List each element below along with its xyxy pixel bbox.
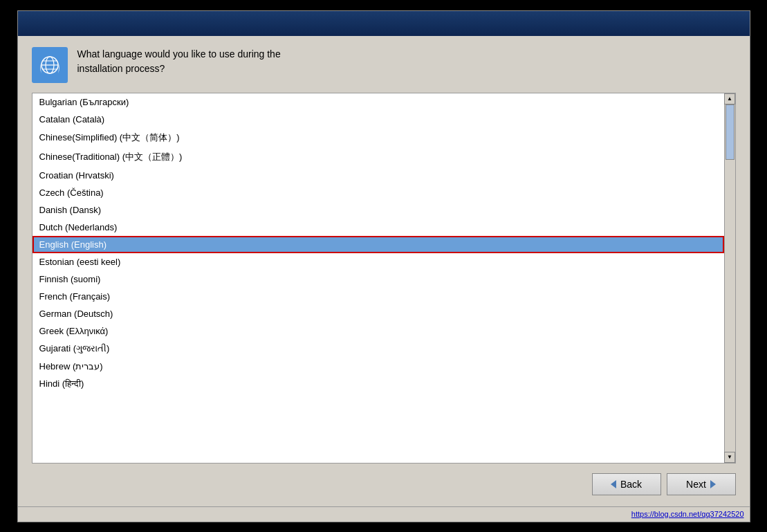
scrollbar-track [725, 104, 735, 452]
header-question: What language would you like to use duri… [77, 47, 281, 76]
language-item[interactable]: Danish (Dansk) [33, 201, 724, 219]
back-label: Back [620, 479, 642, 490]
scroll-down-btn[interactable]: ▼ [724, 452, 735, 463]
title-bar [18, 11, 750, 36]
next-arrow-icon [710, 480, 716, 488]
content-area: What language would you like to use duri… [18, 36, 750, 506]
language-list-container: Bulgarian (Български)Catalan (Català)Chi… [32, 93, 736, 464]
status-bar: https://blog.csdn.net/qq37242520 [18, 506, 750, 522]
back-button[interactable]: Back [592, 473, 661, 495]
flag-icon [32, 47, 68, 83]
scrollbar[interactable]: ▲ ▼ [724, 93, 735, 463]
installer-window: What language would you like to use duri… [17, 10, 750, 522]
language-item[interactable]: Gujarati (ગુજરાતી) [33, 340, 724, 358]
language-item[interactable]: Estonian (eesti keel) [33, 253, 724, 270]
language-item[interactable]: Hindi (हिन्दी) [33, 375, 724, 393]
language-list[interactable]: Bulgarian (Български)Catalan (Català)Chi… [33, 93, 724, 463]
language-item[interactable]: Dutch (Nederlands) [33, 219, 724, 236]
language-item[interactable]: English (English) [33, 236, 724, 253]
language-item[interactable]: Bulgarian (Български) [33, 93, 724, 111]
back-arrow-icon [611, 480, 616, 488]
language-item[interactable]: French (Français) [33, 288, 724, 305]
language-item[interactable]: Finnish (suomi) [33, 270, 724, 288]
footer-buttons: Back Next [32, 464, 736, 495]
language-item[interactable]: Catalan (Català) [33, 111, 724, 128]
scrollbar-thumb[interactable] [726, 104, 734, 160]
header-section: What language would you like to use duri… [32, 47, 736, 83]
language-item[interactable]: Croatian (Hrvatski) [33, 167, 724, 184]
scroll-up-btn[interactable]: ▲ [724, 93, 735, 104]
language-item[interactable]: Czech (Čeština) [33, 184, 724, 201]
next-button[interactable]: Next [667, 473, 736, 495]
language-item[interactable]: Chinese(Traditional) (中文（正體）) [33, 147, 724, 167]
status-url: https://blog.csdn.net/qq37242520 [631, 510, 744, 518]
language-item[interactable]: Chinese(Simplified) (中文（简体）) [33, 128, 724, 147]
language-item[interactable]: Hebrew (עברית) [33, 358, 724, 375]
language-item[interactable]: German (Deutsch) [33, 305, 724, 322]
language-item[interactable]: Greek (Ελληνικά) [33, 322, 724, 340]
next-label: Next [686, 479, 706, 490]
